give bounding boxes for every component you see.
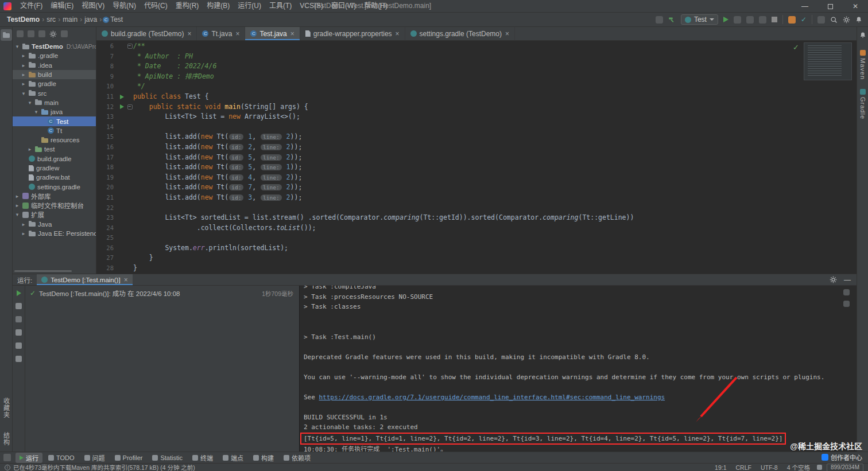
tree-item[interactable]: ▸临时文件和控制台 (13, 201, 96, 210)
tree-item[interactable]: ▾src (13, 88, 96, 98)
tree-item[interactable]: ▾扩展 (13, 210, 96, 219)
close-icon[interactable]: × (187, 30, 191, 38)
horizontal-scrollbar[interactable] (14, 270, 72, 272)
tree-item[interactable]: resources (13, 135, 96, 145)
structure-stripe-button[interactable]: 结构 (2, 432, 11, 446)
tree-toggle-icon[interactable]: ▸ (21, 81, 26, 87)
breadcrumb-item[interactable]: java (83, 15, 98, 24)
console-link[interactable]: https://docs.gradle.org/7.1/userguide/co… (319, 394, 665, 401)
tree-item[interactable]: ▾java (13, 107, 96, 116)
collapse-all-icon[interactable] (38, 30, 45, 37)
tree-item[interactable]: ▸外部库 (13, 192, 96, 201)
tool-window-button-statistic[interactable]: Statistic (148, 453, 187, 463)
menu-item[interactable]: 编辑(E) (46, 0, 78, 12)
tool-window-button-play[interactable]: 运行 (16, 453, 42, 463)
help-icon[interactable] (16, 356, 22, 362)
menu-item[interactable]: 导航(N) (108, 0, 140, 12)
hide-panel-icon[interactable]: — (844, 276, 851, 284)
code-editor[interactable]: 6−/**7 * Author : PH8 * Date : 2022/4/69… (96, 41, 857, 274)
inspection-ok-icon[interactable]: ✓ (793, 43, 799, 52)
tool-window-button-endpoints[interactable]: 端点 (219, 453, 247, 463)
pin-icon[interactable] (16, 342, 22, 349)
indent-style[interactable]: 4 个空格 (782, 463, 815, 471)
close-button[interactable]: ✕ (843, 0, 868, 13)
rerun-button[interactable] (17, 290, 21, 296)
run-result-row[interactable]: ✓ TestDemo [:Test.main()]: 成功 在 2022/4/6… (25, 287, 299, 299)
lock-icon[interactable] (817, 465, 822, 470)
tree-toggle-icon[interactable]: ▸ (14, 203, 20, 208)
file-encoding[interactable]: UTF-8 (756, 464, 782, 471)
menu-item[interactable]: 视图(V) (78, 0, 108, 12)
menu-item[interactable]: 运行(U) (234, 0, 265, 12)
close-icon[interactable]: × (396, 30, 400, 38)
project-stripe-button[interactable] (1, 29, 12, 41)
breadcrumb-item[interactable]: main (61, 15, 79, 24)
caret-position[interactable]: 19:1 (710, 464, 731, 471)
maximize-button[interactable] (817, 0, 843, 13)
minimize-button[interactable]: — (792, 0, 817, 13)
tree-toggle-icon[interactable]: ▾ (33, 109, 39, 115)
tool-window-button-terminal[interactable]: 终端 (188, 453, 217, 463)
console-panel[interactable]: > Task :compileJava> Task :processResour… (300, 286, 857, 451)
editor-tab[interactable]: settings.gradle (TestDemo)× (405, 27, 515, 40)
favorites-stripe-button[interactable]: 收藏夹 (2, 398, 11, 418)
editor-tab[interactable]: CTest.java× (245, 27, 300, 40)
menu-item[interactable]: 文件(F) (16, 0, 46, 12)
tree-item[interactable]: gradlew (13, 164, 96, 173)
tree-toggle-icon[interactable]: ▸ (21, 72, 26, 77)
tree-toggle-icon[interactable]: ▾ (14, 212, 20, 217)
fold-icon[interactable]: − (127, 44, 133, 49)
breadcrumb-item[interactable]: TestDemo (6, 15, 41, 24)
breadcrumb-item[interactable]: src (45, 15, 57, 24)
tool-window-button-profiler[interactable]: Profiler (111, 453, 147, 463)
tool-window-button-build[interactable]: 构建 (249, 453, 278, 463)
tool-window-button-problems[interactable]: 问题 (80, 453, 109, 463)
tree-item[interactable]: ▸test (13, 145, 96, 154)
restore-layout-icon[interactable] (16, 329, 22, 336)
tree-toggle-icon[interactable]: ▸ (21, 231, 26, 236)
tree-toggle-icon[interactable]: ▾ (27, 100, 33, 106)
tree-item[interactable]: ▸build (13, 70, 96, 79)
minimap[interactable] (804, 42, 852, 80)
memory-indicator[interactable]: 899/2034M (827, 464, 863, 471)
run-settings-icon[interactable] (16, 303, 22, 309)
notifications-button[interactable] (857, 29, 868, 41)
breadcrumb-item[interactable]: Test (109, 15, 124, 24)
editor-tab[interactable]: gradle-wrapper.properties× (300, 27, 405, 40)
tree-item[interactable]: ▸.gradle (13, 51, 96, 60)
tool-window-button-dependencies[interactable]: 依赖项 (280, 453, 315, 463)
tree-toggle-icon[interactable]: ▾ (14, 44, 20, 49)
tool-window-button-todo[interactable]: TODO (44, 453, 79, 463)
tool-window-switcher-icon[interactable] (3, 454, 11, 461)
tree-item[interactable]: ▸.idea (13, 61, 96, 70)
stop-button[interactable] (16, 316, 22, 322)
run-tab[interactable]: TestDemo [:Test.main()] × (37, 274, 132, 285)
editor-tab[interactable]: build.gradle (TestDemo)× (96, 27, 197, 40)
close-icon[interactable]: × (235, 30, 239, 38)
tree-item[interactable]: ▾TestDemo D:\JAVAProje (13, 42, 96, 51)
tree-item[interactable]: build.gradle (13, 154, 96, 164)
scroll-to-end-icon[interactable] (843, 301, 850, 307)
menu-item[interactable]: 工具(T) (265, 0, 296, 12)
tree-item[interactable]: ▾main (13, 98, 96, 107)
locate-file-icon[interactable] (28, 30, 34, 37)
tree-toggle-icon[interactable]: ▸ (14, 193, 20, 199)
tree-toggle-icon[interactable]: ▸ (21, 53, 26, 59)
tree-toggle-icon[interactable]: ▸ (27, 146, 33, 152)
tree-item[interactable]: CTt (13, 126, 96, 135)
line-separator[interactable]: CRLF (731, 464, 756, 471)
tree-item[interactable]: gradlew.bat (13, 173, 96, 182)
menu-item[interactable]: 重构(R) (172, 0, 203, 12)
tree-item[interactable]: settings.gradle (13, 182, 96, 191)
tree-item[interactable]: ▸Java (13, 220, 96, 229)
close-icon[interactable]: × (290, 30, 294, 38)
fold-icon[interactable]: − (127, 104, 133, 110)
gradle-stripe-button[interactable]: Gradle (859, 89, 866, 119)
close-icon[interactable]: × (505, 30, 509, 38)
menu-item[interactable]: 构建(B) (203, 0, 234, 12)
tree-item[interactable]: CTest (13, 116, 96, 126)
tree-toggle-icon[interactable]: ▾ (21, 91, 26, 96)
hide-panel-icon[interactable] (61, 30, 68, 37)
close-icon[interactable]: × (124, 276, 128, 284)
tree-toggle-icon[interactable]: ▸ (21, 221, 26, 227)
